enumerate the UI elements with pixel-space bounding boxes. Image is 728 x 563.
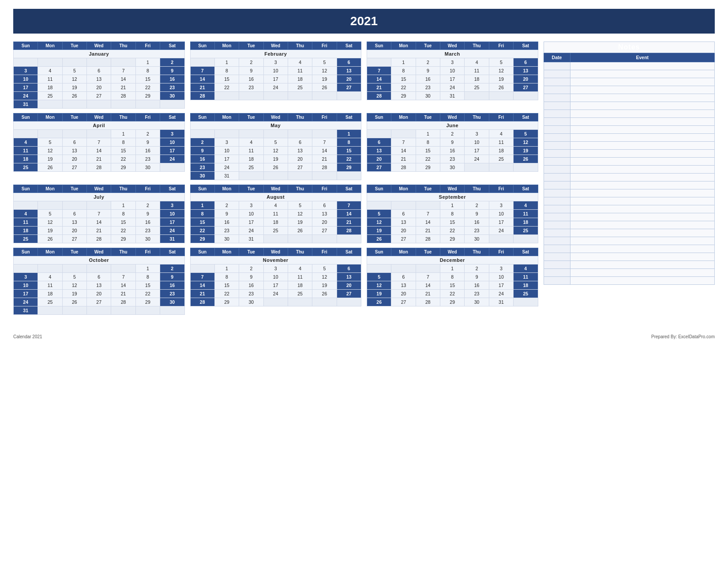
notes-event-cell[interactable]: [570, 166, 715, 174]
saturday-cell: 2: [160, 58, 184, 67]
notes-date-cell[interactable]: [544, 269, 570, 277]
notes-event-cell[interactable]: [570, 86, 715, 94]
notes-date-cell[interactable]: [544, 94, 570, 102]
day-cell: 27: [391, 298, 416, 306]
day-cell: 3: [263, 58, 288, 67]
notes-date-cell[interactable]: [544, 213, 570, 221]
calendar-september: SeptemberSunMonTueWedThuFriSat1234567891…: [367, 185, 538, 243]
notes-event-cell[interactable]: [570, 94, 715, 102]
week-row: 13141516171819: [367, 147, 538, 155]
day-cell: 26: [312, 83, 337, 92]
saturday-cell: 11: [514, 210, 538, 218]
notes-event-cell[interactable]: [570, 134, 715, 142]
day-cell: 18: [38, 290, 62, 298]
day-cell: 8: [391, 67, 416, 75]
day-cell: 12: [489, 67, 513, 75]
notes-event-cell[interactable]: [570, 110, 715, 118]
day-cell: 5: [489, 58, 513, 67]
notes-date-cell[interactable]: [544, 86, 570, 94]
notes-event-cell[interactable]: [570, 126, 715, 134]
notes-date-cell[interactable]: [544, 229, 570, 237]
notes-date-cell[interactable]: [544, 126, 570, 134]
notes-date-cell[interactable]: [544, 134, 570, 142]
notes-event-cell[interactable]: [570, 277, 715, 285]
notes-date-cell[interactable]: [544, 142, 570, 150]
notes-event-cell[interactable]: [570, 174, 715, 181]
day-header-sun: Sun: [367, 42, 391, 50]
day-cell: 23: [135, 155, 160, 163]
week-row: 78910111213: [190, 67, 361, 75]
notes-date-cell[interactable]: [544, 253, 570, 261]
day-cell: 20: [391, 290, 416, 298]
day-cell: 11: [489, 138, 513, 147]
week-row: 22232425262728: [190, 227, 361, 235]
notes-event-cell[interactable]: [570, 70, 715, 78]
notes-row: [544, 126, 715, 134]
empty-cell: [391, 264, 416, 273]
day-header-thu: Thu: [111, 185, 135, 193]
notes-date-cell[interactable]: [544, 237, 570, 245]
empty-cell: [337, 172, 361, 180]
day-cell: 14: [87, 218, 111, 227]
notes-event-cell[interactable]: [570, 78, 715, 86]
day-cell: 4: [288, 58, 312, 67]
notes-date-cell[interactable]: [544, 174, 570, 181]
week-row: 3031: [190, 172, 361, 180]
day-cell: 7: [416, 273, 440, 281]
day-cell: 13: [62, 147, 86, 155]
notes-event-cell[interactable]: [570, 158, 715, 166]
notes-event-cell[interactable]: [570, 189, 715, 197]
day-cell: 17: [440, 75, 465, 83]
notes-date-cell[interactable]: [544, 78, 570, 86]
notes-event-cell[interactable]: [570, 102, 715, 110]
notes-date-cell[interactable]: [544, 189, 570, 197]
notes-date-cell[interactable]: [544, 261, 570, 269]
day-cell: 29: [111, 163, 135, 172]
notes-date-cell[interactable]: [544, 118, 570, 126]
day-cell: 23: [239, 83, 263, 92]
notes-event-cell[interactable]: [570, 142, 715, 150]
saturday-cell: 25: [514, 227, 538, 235]
empty-cell: [38, 130, 62, 138]
notes-event-cell[interactable]: [570, 269, 715, 277]
day-cell: 12: [288, 210, 312, 218]
notes-event-cell[interactable]: [570, 118, 715, 126]
notes-date-cell[interactable]: [544, 102, 570, 110]
notes-date-cell[interactable]: [544, 277, 570, 285]
day-header-tue: Tue: [239, 185, 263, 193]
notes-event-cell[interactable]: [570, 197, 715, 205]
notes-event-cell[interactable]: [570, 150, 715, 158]
notes-date-cell[interactable]: [544, 150, 570, 158]
notes-event-cell[interactable]: [570, 213, 715, 221]
notes-date-cell[interactable]: [544, 181, 570, 189]
notes-event-cell[interactable]: [570, 205, 715, 213]
day-header-sat: Sat: [514, 113, 538, 121]
empty-cell: [62, 306, 86, 315]
saturday-cell: 11: [514, 273, 538, 281]
notes-date-cell[interactable]: [544, 166, 570, 174]
notes-event-cell[interactable]: [570, 221, 715, 229]
notes-date-cell[interactable]: [544, 70, 570, 78]
day-header-sat: Sat: [337, 113, 361, 121]
notes-event-cell[interactable]: [570, 261, 715, 269]
notes-event-cell[interactable]: [570, 237, 715, 245]
day-cell: 17: [239, 218, 263, 227]
notes-event-cell[interactable]: [570, 62, 715, 70]
notes-date-cell[interactable]: [544, 221, 570, 229]
notes-date-cell[interactable]: [544, 110, 570, 118]
notes-event-cell[interactable]: [570, 229, 715, 237]
notes-date-cell[interactable]: [544, 197, 570, 205]
day-cell: 22: [214, 83, 239, 92]
notes-event-cell[interactable]: [570, 253, 715, 261]
day-cell: 22: [214, 290, 239, 298]
notes-event-cell[interactable]: [570, 181, 715, 189]
week-row: 45678910: [14, 138, 185, 147]
notes-date-cell[interactable]: [544, 158, 570, 166]
notes-date-cell[interactable]: [544, 205, 570, 213]
notes-event-cell[interactable]: [570, 245, 715, 253]
saturday-cell: 29: [337, 163, 361, 172]
day-header-sun: Sun: [190, 185, 214, 193]
notes-date-cell[interactable]: [544, 62, 570, 70]
saturday-cell: 10: [160, 138, 184, 147]
notes-date-cell[interactable]: [544, 245, 570, 253]
